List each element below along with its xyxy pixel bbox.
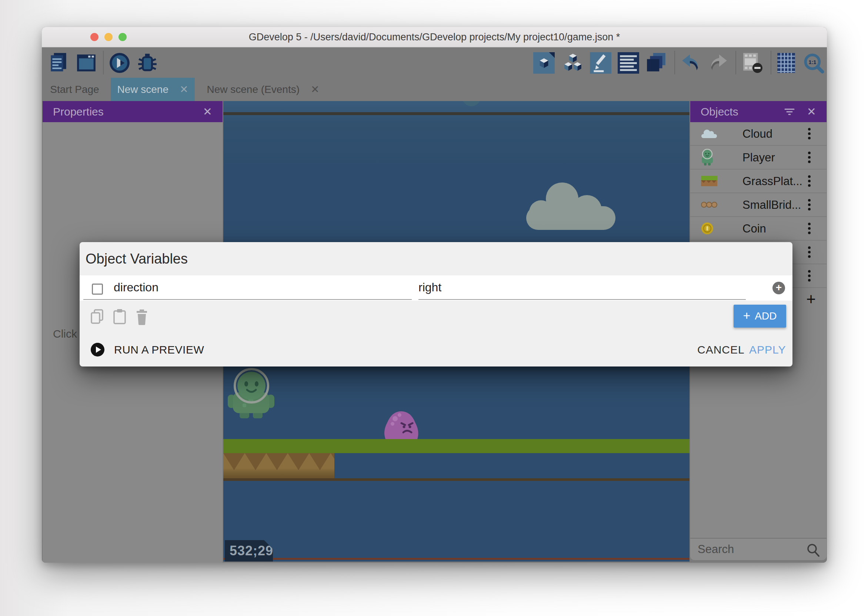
toolbar-separator: [771, 51, 771, 74]
cloud-object-icon: [701, 128, 718, 139]
tab-new-scene-events[interactable]: New scene (Events) ✕: [203, 78, 323, 101]
tab-new-scene[interactable]: New scene ✕: [111, 78, 195, 101]
small-bridge-object-icon: [701, 201, 718, 208]
close-tab-icon[interactable]: ✕: [311, 83, 319, 96]
object-groups-icon[interactable]: [562, 52, 583, 74]
platform-bottom-edge: [223, 478, 690, 481]
objects-editor-icon[interactable]: [533, 52, 555, 74]
object-row-cloud[interactable]: Cloud: [690, 122, 827, 146]
object-label: Cloud: [742, 122, 772, 146]
object-menu-icon[interactable]: [808, 223, 811, 234]
properties-panel-header: Properties ✕: [42, 101, 223, 122]
dirt-platform[interactable]: [223, 453, 334, 478]
run-preview-button[interactable]: RUN A PREVIEW: [91, 343, 204, 357]
tab-label: New scene (Events): [207, 84, 300, 96]
close-panel-icon[interactable]: ✕: [203, 101, 212, 122]
object-menu-icon[interactable]: [808, 199, 811, 211]
object-row-grassplatform[interactable]: GrassPlat...: [690, 170, 827, 193]
zoom-1-1-icon[interactable]: 1:1: [803, 52, 824, 74]
variable-checkbox[interactable]: [92, 284, 103, 295]
debug-icon[interactable]: [137, 52, 158, 74]
tab-label: New scene: [117, 84, 169, 96]
object-row-coin[interactable]: Coin: [690, 217, 827, 240]
dialog-title: Object Variables: [85, 251, 188, 267]
project-manager-icon[interactable]: [48, 52, 69, 74]
grass-platform[interactable]: [223, 439, 690, 453]
object-variables-dialog: Object Variables + +: [80, 242, 793, 366]
object-menu-icon[interactable]: [808, 247, 811, 258]
tab-strip: Start Page New scene ✕ New scene (Events…: [42, 78, 827, 101]
filter-icon[interactable]: [784, 108, 795, 115]
add-variable-button[interactable]: + ADD: [734, 305, 786, 328]
search-icon: [807, 543, 820, 557]
object-menu-icon[interactable]: [808, 270, 811, 282]
instances-list-icon[interactable]: [618, 52, 639, 74]
render-mask-icon[interactable]: [742, 52, 763, 74]
properties-icon[interactable]: [590, 52, 612, 74]
title-bar: GDevelop 5 - /Users/david/Documents/GDev…: [42, 27, 827, 47]
redo-icon[interactable]: [708, 52, 729, 74]
object-label: SmallBrid...: [742, 193, 801, 217]
scene-bottom-line: [223, 558, 690, 560]
close-tab-icon[interactable]: ✕: [179, 83, 188, 96]
undo-icon[interactable]: [680, 52, 701, 74]
object-row-smallbridge[interactable]: SmallBrid...: [690, 193, 827, 217]
grid-icon[interactable]: [775, 52, 797, 74]
object-label: Coin: [742, 217, 766, 240]
variable-row: +: [80, 275, 793, 300]
play-preview-icon[interactable]: [109, 52, 131, 74]
panel-title: Properties: [53, 101, 104, 122]
object-label: GrassPlat...: [742, 170, 802, 193]
plus-icon: +: [743, 308, 751, 323]
player-instance[interactable]: [227, 368, 275, 418]
object-label: Player: [742, 146, 775, 170]
apply-button[interactable]: APPLY: [749, 343, 778, 357]
name-input-underline: [83, 299, 412, 300]
coin-object-icon: [701, 222, 714, 235]
main-toolbar: 1:1: [42, 48, 827, 78]
paste-icon[interactable]: [113, 309, 127, 325]
grass-platform-object-icon: [701, 175, 718, 187]
player-object-icon: [701, 149, 714, 166]
run-preview-label: RUN A PREVIEW: [114, 344, 204, 356]
layers-icon[interactable]: [645, 52, 667, 74]
object-menu-icon[interactable]: [808, 128, 811, 140]
app-window: GDevelop 5 - /Users/david/Documents/GDev…: [42, 27, 827, 563]
toolbar-separator: [103, 51, 104, 74]
toolbar-separator: [674, 51, 675, 74]
tab-label: Start Page: [50, 84, 99, 96]
variable-value-input[interactable]: [418, 275, 678, 299]
cloud-instance[interactable]: [523, 179, 618, 233]
value-input-underline: [418, 299, 746, 300]
enemy-instance[interactable]: [382, 408, 420, 439]
objects-search-box: [690, 538, 827, 560]
start-page-icon[interactable]: [75, 52, 97, 74]
object-row-player[interactable]: Player: [690, 146, 827, 170]
scene-boundary-line: [223, 112, 690, 115]
variable-name-input[interactable]: [114, 275, 373, 299]
object-menu-icon[interactable]: [808, 152, 811, 163]
svg-text:1:1: 1:1: [808, 59, 816, 65]
cancel-button[interactable]: CANCEL: [697, 343, 735, 357]
play-icon: [91, 343, 104, 357]
object-menu-icon[interactable]: [808, 176, 811, 187]
copy-icon[interactable]: [90, 309, 104, 325]
objects-search-input[interactable]: [690, 539, 827, 560]
window-title: GDevelop 5 - /Users/david/Documents/GDev…: [42, 27, 827, 47]
tab-start-page[interactable]: Start Page: [49, 78, 101, 101]
close-panel-icon[interactable]: ✕: [807, 101, 816, 122]
panel-title: Objects: [701, 101, 738, 122]
delete-icon[interactable]: [135, 309, 149, 325]
add-child-variable-icon[interactable]: +: [772, 282, 785, 294]
toolbar-separator: [736, 51, 736, 74]
cursor-coordinates-badge: 532;293: [225, 540, 273, 562]
add-button-label: ADD: [755, 310, 777, 322]
objects-panel-header: Objects ✕: [690, 101, 827, 122]
bubble-instance[interactable]: [462, 101, 481, 106]
add-object-icon[interactable]: +: [803, 288, 819, 312]
